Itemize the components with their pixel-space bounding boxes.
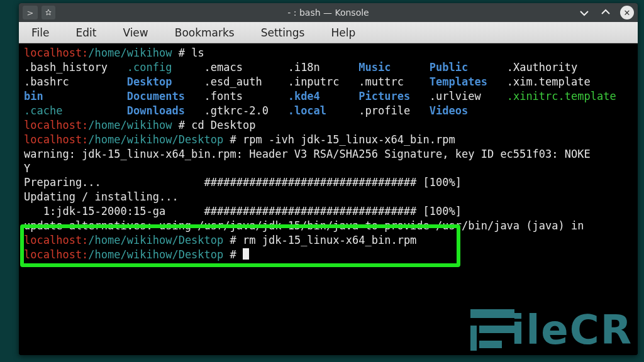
terminal-line: localhost:/home/wikihow/Desktop # rm jdk…	[24, 233, 633, 248]
terminal-line: localhost:/home/wikihow/Desktop #	[24, 248, 633, 262]
menubar: File Edit View Bookmarks Settings Help	[19, 22, 638, 43]
terminal-line: warning: jdk-15_linux-x64_bin.rpm: Heade…	[24, 147, 633, 162]
terminal-line: localhost:/home/wikihow # cd Desktop	[24, 118, 633, 133]
minimize-icon[interactable]	[577, 6, 591, 19]
menu-settings[interactable]: Settings	[252, 24, 314, 41]
terminal-icon: >	[23, 6, 38, 19]
terminal-line: localhost:/home/wikihow # ls	[24, 46, 633, 60]
terminal-line: .bash_history .config .emacs .i18n Music…	[24, 60, 633, 75]
cursor	[243, 248, 249, 260]
menu-bookmarks[interactable]: Bookmarks	[166, 24, 243, 41]
terminal-line: .cache Downloads .gtkrc-2.0 .local .prof…	[24, 104, 633, 118]
svg-rect-0	[470, 309, 514, 318]
terminal-line: update-alternatives: using /usr/java/jdk…	[24, 219, 633, 233]
terminal-line: .bashrc Desktop .esd_auth .inputrc .mutt…	[24, 75, 633, 89]
titlebar: > - : bash — Konsole ✕	[19, 3, 638, 22]
svg-rect-3	[479, 341, 502, 348]
menu-file[interactable]: File	[23, 24, 58, 41]
menu-view[interactable]: View	[114, 24, 157, 41]
pin-icon[interactable]	[42, 6, 55, 19]
konsole-window: > - : bash — Konsole ✕ File Edit View Bo…	[19, 3, 638, 355]
brand-text: ileCR	[511, 307, 633, 353]
terminal-line: localhost:/home/wikihow/Desktop # rpm -i…	[24, 133, 633, 147]
svg-rect-2	[470, 326, 477, 351]
menu-edit[interactable]: Edit	[67, 24, 105, 41]
terminal-line: Preparing... ###########################…	[24, 175, 633, 190]
terminal-line: 1:jdk-15-2000:15-ga ####################…	[24, 204, 633, 219]
terminal-line: Updating / installing...	[24, 190, 633, 204]
svg-rect-4	[470, 309, 477, 318]
filecr-watermark: ileCR	[470, 307, 633, 353]
maximize-icon[interactable]	[599, 6, 613, 19]
terminal-line: Y	[24, 162, 633, 176]
close-icon[interactable]: ✕	[620, 6, 634, 19]
menu-help[interactable]: Help	[322, 24, 364, 41]
terminal-line: bin Documents .fonts .kde4 Pictures .url…	[24, 89, 633, 104]
window-title: - : bash — Konsole	[19, 8, 638, 18]
svg-rect-1	[479, 326, 514, 333]
